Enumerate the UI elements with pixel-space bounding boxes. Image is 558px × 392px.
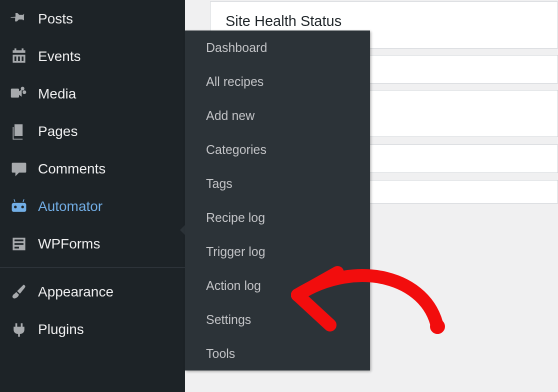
submenu-item-tools[interactable]: Tools bbox=[185, 336, 370, 370]
submenu-item-label: Categories bbox=[206, 142, 266, 157]
media-icon bbox=[10, 85, 28, 103]
sidebar-item-label: Appearance bbox=[38, 284, 114, 300]
submenu-item-label: All recipes bbox=[206, 74, 264, 89]
sidebar-item-posts[interactable]: Posts bbox=[0, 0, 185, 38]
submenu-item-label: Recipe log bbox=[206, 210, 265, 225]
comment-icon bbox=[10, 160, 28, 178]
calendar-icon bbox=[10, 48, 28, 66]
pushpin-icon bbox=[10, 10, 28, 28]
admin-sidebar: Posts Events Media Pages Comments bbox=[0, 0, 185, 392]
submenu-item-label: Action log bbox=[206, 278, 261, 293]
plug-icon bbox=[10, 320, 28, 338]
brush-icon bbox=[10, 283, 28, 301]
submenu-item-label: Tools bbox=[206, 346, 235, 361]
sidebar-item-wpforms[interactable]: WPForms bbox=[0, 225, 185, 262]
sidebar-item-appearance[interactable]: Appearance bbox=[0, 273, 185, 310]
sidebar-item-events[interactable]: Events bbox=[0, 38, 185, 75]
submenu-item-dashboard[interactable]: Dashboard bbox=[185, 30, 370, 64]
submenu-item-add-new[interactable]: Add new bbox=[185, 98, 370, 132]
submenu-item-label: Trigger log bbox=[206, 244, 266, 259]
sidebar-item-plugins[interactable]: Plugins bbox=[0, 310, 185, 348]
sidebar-item-label: Automator bbox=[38, 198, 102, 214]
submenu-item-action-log[interactable]: Action log bbox=[185, 268, 370, 302]
submenu-item-tags[interactable]: Tags bbox=[185, 166, 370, 200]
sidebar-item-label: Pages bbox=[38, 124, 78, 140]
submenu-item-settings[interactable]: Settings bbox=[185, 302, 370, 336]
robot-icon bbox=[10, 198, 28, 216]
sidebar-item-label: WPForms bbox=[38, 236, 100, 252]
automator-submenu: Dashboard All recipes Add new Categories… bbox=[185, 30, 370, 370]
submenu-item-categories[interactable]: Categories bbox=[185, 132, 370, 166]
sidebar-item-comments[interactable]: Comments bbox=[0, 150, 185, 188]
sidebar-item-label: Plugins bbox=[38, 322, 84, 338]
sidebar-item-label: Media bbox=[38, 86, 76, 102]
submenu-item-label: Add new bbox=[206, 108, 254, 123]
sidebar-separator bbox=[0, 268, 185, 273]
submenu-item-all-recipes[interactable]: All recipes bbox=[185, 64, 370, 98]
sidebar-item-pages[interactable]: Pages bbox=[0, 112, 185, 150]
sidebar-item-label: Posts bbox=[38, 11, 73, 27]
sidebar-item-label: Comments bbox=[38, 161, 106, 177]
submenu-item-label: Dashboard bbox=[206, 40, 267, 55]
submenu-item-label: Settings bbox=[206, 312, 251, 327]
submenu-item-recipe-log[interactable]: Recipe log bbox=[185, 200, 370, 234]
submenu-item-label: Tags bbox=[206, 176, 232, 191]
sidebar-item-media[interactable]: Media bbox=[0, 75, 185, 112]
sidebar-item-automator[interactable]: Automator bbox=[0, 188, 185, 225]
sidebar-item-label: Events bbox=[38, 48, 81, 64]
form-icon bbox=[10, 235, 28, 253]
submenu-item-trigger-log[interactable]: Trigger log bbox=[185, 234, 370, 268]
pages-icon bbox=[10, 122, 28, 140]
